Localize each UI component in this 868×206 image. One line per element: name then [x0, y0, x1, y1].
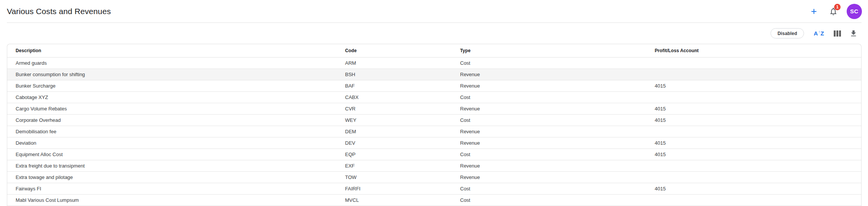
cell-description: Mabl Various Cost Lumpsum: [7, 194, 337, 206]
columns-icon: [834, 30, 841, 37]
cell-description: Extra towage and pilotage: [7, 171, 337, 183]
cell-description: Equipment Alloc Cost: [7, 149, 337, 160]
manage-columns-button[interactable]: [832, 29, 842, 38]
cell-type: Cost: [452, 57, 646, 69]
table-row[interactable]: Mabl Various Cost Lumpsum MVCL Cost: [7, 194, 861, 206]
cell-code: TOW: [337, 171, 452, 183]
cell-code: CABX: [337, 91, 452, 103]
table-card: Description Code Type Profit/Loss Accoun…: [7, 44, 862, 206]
cell-code: MVCL: [337, 194, 452, 206]
cell-code: ARM: [337, 57, 452, 69]
cell-code: DEM: [337, 126, 452, 137]
table-row[interactable]: Deviation DEV Revenue 4015: [7, 137, 861, 149]
header-actions: 1 SC: [809, 4, 862, 19]
table-row[interactable]: Cargo Volume Rebates CVR Revenue 4015: [7, 103, 861, 114]
table-header-row: Description Code Type Profit/Loss Accoun…: [7, 44, 861, 57]
costs-revenues-table: Description Code Type Profit/Loss Accoun…: [7, 44, 861, 206]
toolbar: Disabled A↑Z: [0, 23, 868, 44]
download-icon: [849, 29, 858, 38]
cell-pl-account: [646, 126, 861, 137]
cell-pl-account: [646, 171, 861, 183]
cell-description: Cabotage XYZ: [7, 91, 337, 103]
table-row[interactable]: Armed guards ARM Cost: [7, 57, 861, 69]
cell-pl-account: 4015: [646, 103, 861, 114]
cell-description: Fairways FI: [7, 183, 337, 194]
download-button[interactable]: [849, 29, 858, 38]
cell-description: Extra freight due to transipment: [7, 160, 337, 171]
cell-description: Demobilisation fee: [7, 126, 337, 137]
cell-code: EQP: [337, 149, 452, 160]
cell-type: Cost: [452, 149, 646, 160]
cell-pl-account: [646, 91, 861, 103]
table-row[interactable]: Fairways FI FAIRFI Cost 4015: [7, 183, 861, 194]
cell-type: Cost: [452, 91, 646, 103]
app-header: Various Costs and Revenues 1 SC: [0, 0, 868, 22]
notification-badge: 1: [834, 4, 841, 10]
disabled-filter-chip[interactable]: Disabled: [770, 28, 804, 38]
cell-description: Corporate Overhead: [7, 114, 337, 126]
cell-type: Cost: [452, 194, 646, 206]
notifications-button[interactable]: 1: [828, 6, 838, 16]
table-row[interactable]: Bunker Surcharge BAF Revenue 4015: [7, 80, 861, 91]
column-header-description[interactable]: Description: [7, 44, 337, 57]
cell-pl-account: 4015: [646, 114, 861, 126]
column-header-code[interactable]: Code: [337, 44, 452, 57]
cell-type: Revenue: [452, 160, 646, 171]
table-row[interactable]: Equipment Alloc Cost EQP Cost 4015: [7, 149, 861, 160]
table-row[interactable]: Extra freight due to transipment EXF Rev…: [7, 160, 861, 171]
cell-type: Revenue: [452, 80, 646, 91]
cell-code: CVR: [337, 103, 452, 114]
cell-type: Revenue: [452, 137, 646, 149]
cell-type: Revenue: [452, 171, 646, 183]
avatar[interactable]: SC: [847, 4, 862, 19]
add-button[interactable]: [809, 7, 818, 16]
column-header-pl-account[interactable]: Profit/Loss Account: [646, 44, 861, 57]
cell-code: WEY: [337, 114, 452, 126]
table-row[interactable]: Extra towage and pilotage TOW Revenue: [7, 171, 861, 183]
cell-pl-account: 4015: [646, 137, 861, 149]
sort-alpha-button[interactable]: A↑Z: [813, 29, 825, 38]
sort-alphabetical-icon: A↑Z: [814, 30, 824, 36]
table-row[interactable]: Demobilisation fee DEM Revenue: [7, 126, 861, 137]
cell-description: Deviation: [7, 137, 337, 149]
table-row[interactable]: Corporate Overhead WEY Cost 4015: [7, 114, 861, 126]
cell-type: Revenue: [452, 69, 646, 80]
cell-code: FAIRFI: [337, 183, 452, 194]
cell-code: BSH: [337, 69, 452, 80]
cell-type: Cost: [452, 183, 646, 194]
cell-description: Bunker consumption for shifting: [7, 69, 337, 80]
cell-description: Cargo Volume Rebates: [7, 103, 337, 114]
plus-icon: [810, 8, 817, 15]
page-title: Various Costs and Revenues: [7, 7, 111, 16]
table-row[interactable]: Bunker consumption for shifting BSH Reve…: [7, 69, 861, 80]
column-header-type[interactable]: Type: [452, 44, 646, 57]
cell-pl-account: [646, 57, 861, 69]
cell-type: Revenue: [452, 126, 646, 137]
cell-type: Revenue: [452, 103, 646, 114]
cell-pl-account: 4015: [646, 183, 861, 194]
cell-type: Cost: [452, 114, 646, 126]
cell-pl-account: [646, 69, 861, 80]
cell-description: Bunker Surcharge: [7, 80, 337, 91]
cell-code: DEV: [337, 137, 452, 149]
cell-description: Armed guards: [7, 57, 337, 69]
table-body: Armed guards ARM Cost Bunker consumption…: [7, 57, 861, 206]
cell-pl-account: [646, 194, 861, 206]
cell-code: BAF: [337, 80, 452, 91]
cell-pl-account: 4015: [646, 80, 861, 91]
cell-pl-account: 4015: [646, 149, 861, 160]
cell-code: EXF: [337, 160, 452, 171]
table-row[interactable]: Cabotage XYZ CABX Cost: [7, 91, 861, 103]
cell-pl-account: [646, 160, 861, 171]
app-root: Various Costs and Revenues 1 SC Disabled…: [0, 0, 868, 206]
